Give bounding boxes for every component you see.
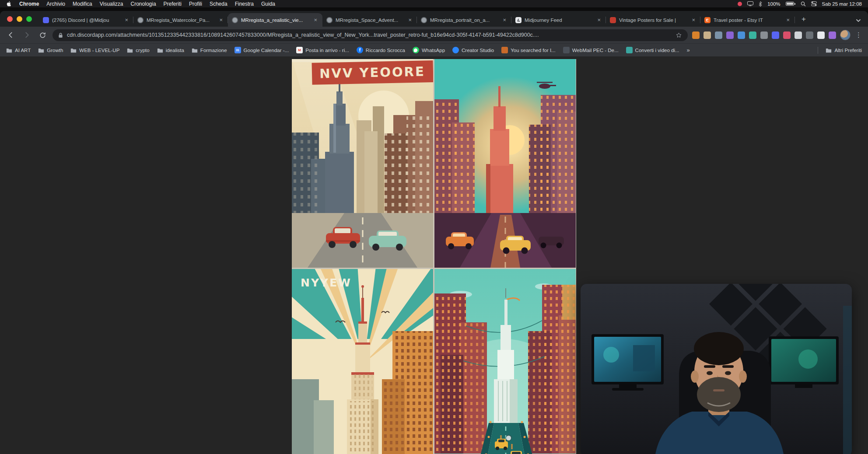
- bookmark-gmail-inbox[interactable]: M Posta in arrivo - ri...: [296, 47, 349, 53]
- tab-label: MRregista_Space_Advent...: [336, 17, 404, 23]
- discord-favicon-icon: [43, 17, 49, 23]
- extension-icon[interactable]: [760, 31, 768, 39]
- spotlight-search-icon[interactable]: [801, 1, 806, 7]
- bookmark-webmail-pec[interactable]: WebMail PEC - De...: [563, 47, 619, 53]
- bookmark-video-converter[interactable]: Converti i video di...: [626, 47, 679, 53]
- close-tab-icon[interactable]: ×: [501, 17, 508, 23]
- close-tab-icon[interactable]: ×: [312, 17, 318, 23]
- menu-status-area: 100% Sab 25 mar 12:08: [738, 1, 862, 7]
- bookmark-folder-formazione[interactable]: Formazione: [192, 48, 227, 53]
- tab-realistic-view-active[interactable]: MRregista_a_realistic_vie... ×: [228, 13, 322, 27]
- extension-icon[interactable]: [772, 31, 779, 39]
- new-tab-button[interactable]: +: [798, 14, 809, 25]
- folder-icon: [70, 48, 77, 53]
- other-bookmarks-folder[interactable]: Altri Preferiti: [826, 48, 862, 53]
- extension-icon[interactable]: [715, 31, 722, 39]
- poster-bottom-left: NYYEW: [292, 269, 433, 454]
- poster-top-left: NVV YEOORE: [292, 59, 433, 268]
- address-bar[interactable]: cdn.discordapp.com/attachments/101351233…: [52, 29, 688, 41]
- tabs: (2765) Discord | @Midjou × MRregista_Wat…: [39, 13, 795, 27]
- extension-icon[interactable]: [704, 31, 711, 39]
- menu-app-name[interactable]: Chrome: [19, 1, 39, 7]
- bookmark-folder-web-level-up[interactable]: WEB - LEVEL-UP: [70, 48, 119, 53]
- battery-icon[interactable]: [786, 2, 795, 6]
- bookmark-folder-ai-art[interactable]: AI ART: [6, 48, 31, 53]
- menu-item-guida[interactable]: Guida: [261, 1, 275, 7]
- menu-item-archivio[interactable]: Archivio: [46, 1, 65, 7]
- menu-clock[interactable]: Sab 25 mar 12:08: [822, 1, 862, 7]
- tab-label: MRregista_Watercolor_Pa...: [147, 17, 215, 23]
- extension-icon[interactable]: [829, 31, 836, 39]
- tab-discord[interactable]: (2765) Discord | @Midjou ×: [39, 13, 133, 27]
- gmail-icon: M: [296, 47, 303, 53]
- back-icon[interactable]: [5, 29, 17, 41]
- control-center-icon[interactable]: [811, 1, 817, 6]
- apple-menu-icon[interactable]: [6, 1, 12, 7]
- bookmark-label: Altri Preferiti: [834, 48, 862, 53]
- extension-icon[interactable]: [749, 31, 756, 39]
- tab-label: Midjourney Feed: [525, 17, 593, 23]
- bookmark-facebook-profile[interactable]: f Riccardo Scrocca: [357, 47, 405, 53]
- bookmark-whatsapp[interactable]: WhatsApp: [413, 47, 445, 53]
- close-tab-icon[interactable]: ×: [218, 17, 224, 23]
- folder-icon: [157, 48, 163, 53]
- tab-etsy[interactable]: E Travel poster - Etsy IT ×: [700, 13, 795, 27]
- tab-portrait-image[interactable]: MRregista_portrait_on_a... ×: [417, 13, 511, 27]
- profile-avatar[interactable]: [840, 30, 850, 40]
- menu-item-cronologia[interactable]: Cronologia: [131, 1, 156, 7]
- menu-item-preferiti[interactable]: Preferiti: [164, 1, 182, 7]
- bookmark-label: Converti i video di...: [635, 48, 679, 53]
- bookmark-google-calendar[interactable]: 31 Google Calendar -...: [234, 47, 289, 53]
- forward-icon[interactable]: [21, 29, 32, 41]
- ssl-lock-icon[interactable]: [58, 32, 63, 38]
- folder-icon: [826, 48, 832, 53]
- menu-item-profili[interactable]: Profili: [189, 1, 202, 7]
- menu-item-scheda[interactable]: Scheda: [210, 1, 228, 7]
- globe-favicon-icon: [421, 17, 427, 23]
- tab-watercolor-image[interactable]: MRregista_Watercolor_Pa... ×: [133, 13, 228, 27]
- close-tab-icon[interactable]: ×: [123, 17, 130, 23]
- menu-item-finestra[interactable]: Finestra: [235, 1, 254, 7]
- url-text[interactable]: cdn.discordapp.com/attachments/101351233…: [67, 32, 672, 38]
- bookmark-folder-growth[interactable]: Growth: [38, 48, 63, 53]
- tab-search-chevron-icon[interactable]: [856, 19, 861, 22]
- minimize-window-button[interactable]: [17, 16, 22, 22]
- screen-record-icon[interactable]: [738, 2, 742, 6]
- menu-item-modifica[interactable]: Modifica: [73, 1, 92, 7]
- midjourney-image-grid[interactable]: NVV YEOORE: [292, 59, 576, 454]
- extension-icon[interactable]: [794, 31, 802, 39]
- close-tab-icon[interactable]: ×: [785, 17, 791, 23]
- extension-icon[interactable]: [726, 31, 734, 39]
- close-tab-icon[interactable]: ×: [690, 17, 696, 23]
- folder-icon: [6, 48, 12, 53]
- bookmark-you-searched[interactable]: You searched for I...: [501, 47, 556, 53]
- tab-space-adventure-image[interactable]: MRregista_Space_Advent... ×: [322, 13, 417, 27]
- display-icon[interactable]: [747, 1, 753, 6]
- bookmark-creator-studio[interactable]: Creator Studio: [452, 47, 494, 53]
- macos-menu-bar: Chrome Archivio Modifica Visualizza Cron…: [0, 0, 868, 7]
- bookmark-folder-crypto[interactable]: crypto: [127, 48, 149, 53]
- globe-favicon-icon: [137, 17, 144, 23]
- extension-icon[interactable]: [692, 31, 700, 39]
- page-content: NVV YEOORE: [0, 56, 868, 454]
- bluetooth-icon[interactable]: [759, 1, 762, 7]
- close-tab-icon[interactable]: ×: [596, 17, 602, 23]
- window-controls: [7, 16, 32, 22]
- bookmark-star-icon[interactable]: [676, 32, 682, 38]
- extension-icon[interactable]: [817, 31, 825, 39]
- bookmark-folder-idealista[interactable]: idealista: [157, 48, 184, 53]
- chrome-window: (2765) Discord | @Midjou × MRregista_Wat…: [0, 11, 868, 454]
- extensions-row: ⋮: [692, 30, 863, 40]
- reload-icon[interactable]: [37, 29, 48, 41]
- tab-vintage-posters[interactable]: Vintage Posters for Sale | ×: [606, 13, 700, 27]
- tab-midjourney-feed[interactable]: Midjourney Feed ×: [511, 13, 606, 27]
- close-window-button[interactable]: [7, 16, 13, 22]
- bookmarks-overflow-chevron[interactable]: »: [687, 47, 690, 53]
- zoom-window-button[interactable]: [26, 16, 32, 22]
- close-tab-icon[interactable]: ×: [407, 17, 413, 23]
- extension-icon[interactable]: [738, 31, 745, 39]
- extension-icon[interactable]: [806, 31, 813, 39]
- extension-icon[interactable]: [783, 31, 791, 39]
- menu-item-visualizza[interactable]: Visualizza: [100, 1, 123, 7]
- chrome-menu-icon[interactable]: ⋮: [854, 31, 863, 39]
